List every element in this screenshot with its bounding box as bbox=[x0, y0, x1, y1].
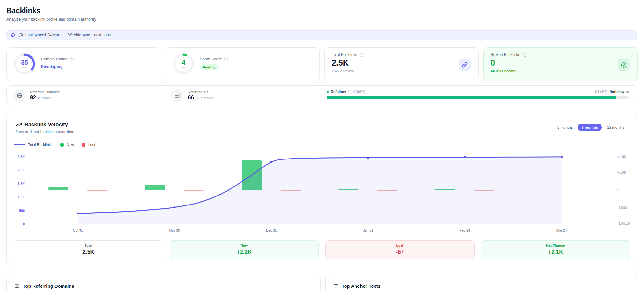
top-referring-domains-title: Top Referring Domains bbox=[23, 284, 74, 289]
help-icon[interactable] bbox=[523, 53, 527, 57]
last-synced-text: Last synced 24 Mar bbox=[25, 33, 59, 37]
help-icon[interactable] bbox=[70, 57, 74, 61]
y-axis-label-left: 0 bbox=[8, 222, 25, 226]
y-axis-label-right: -1,901.9 bbox=[617, 222, 630, 225]
summary-value: +2.2K bbox=[237, 249, 252, 256]
nofollow-label: Nofollow bbox=[610, 90, 624, 94]
line-marker-dot bbox=[367, 157, 369, 159]
broken-backlinks-label: Broken Backlinks bbox=[491, 52, 520, 57]
range-12-months-button[interactable]: 12 months bbox=[603, 124, 628, 131]
globe-icon bbox=[13, 89, 25, 102]
total-backlinks-value: 2.5K bbox=[332, 58, 349, 68]
top-referring-domains-card: Top Referring Domains bbox=[6, 275, 321, 291]
domain-rating-status: Developing bbox=[41, 64, 74, 69]
summary-label: Total bbox=[85, 243, 92, 247]
gridline bbox=[27, 211, 614, 211]
page-subtitle: Analyze your backlink profile and domain… bbox=[6, 17, 96, 22]
top-divider bbox=[0, 3, 644, 3]
velocity-summary-row: Total2.5KNew+2.2KLost-67Net Change+2.1K bbox=[14, 240, 630, 259]
total-backlinks-card: Total Backlinks 2.5K 2.4K dofollow bbox=[324, 47, 479, 81]
spam-score-status-badge: Healthy bbox=[200, 64, 219, 70]
dofollow-label: Dofollow bbox=[331, 90, 346, 94]
velocity-title: Backlink Velocity bbox=[24, 122, 68, 128]
referring-domains-value: 92 bbox=[30, 95, 36, 101]
type-icon bbox=[333, 284, 338, 289]
new-swatch bbox=[60, 143, 64, 147]
new-backlinks-bar bbox=[435, 189, 455, 190]
referring-domains-label: Referring Domains bbox=[30, 90, 60, 94]
help-icon[interactable] bbox=[224, 57, 228, 61]
y-axis-label-left: 2.0K bbox=[8, 168, 25, 172]
range-6-months-button[interactable]: 6 months bbox=[578, 124, 602, 131]
range-selector: 3 months 6 months 12 months bbox=[554, 124, 628, 131]
broken-backlinks-card: Broken Backlinks 0 All links healthy bbox=[483, 47, 638, 81]
dofollow-dot bbox=[327, 91, 329, 93]
new-backlinks-bar bbox=[242, 160, 262, 190]
spam-score-value: 4 bbox=[182, 59, 185, 66]
line-marker-dot bbox=[464, 156, 466, 158]
x-axis-label: Dec 31 bbox=[266, 228, 277, 232]
nofollow-dot bbox=[626, 91, 629, 93]
broken-backlinks-value: 0 bbox=[491, 58, 495, 68]
legend-total-label: Total Backlinks bbox=[28, 143, 52, 147]
check-circle-icon bbox=[618, 59, 630, 71]
summary-label: New bbox=[241, 243, 248, 247]
lost-backlinks-bar bbox=[377, 190, 398, 191]
summary-value: 2.5K bbox=[82, 249, 94, 256]
server-icon bbox=[171, 89, 183, 102]
x-axis-label: Jan 31 bbox=[363, 228, 373, 232]
link-icon bbox=[459, 59, 471, 71]
legend-lost-label: Lost bbox=[88, 143, 95, 147]
globe-icon bbox=[14, 284, 20, 289]
sync-banner: Last synced 24 Mar Weekly sync – next so… bbox=[6, 30, 637, 40]
spam-score-gauge: 4/100 bbox=[172, 53, 195, 75]
lost-backlinks-bar bbox=[474, 190, 495, 191]
lost-backlinks-bar bbox=[280, 190, 301, 191]
range-3-months-button[interactable]: 3 months bbox=[554, 124, 576, 131]
y-axis-label-right: 0 bbox=[617, 188, 619, 192]
x-axis-label: Oct 31 bbox=[73, 228, 83, 232]
backlinks-page: Backlinks Analyze your backlink profile … bbox=[0, 0, 644, 291]
total-backlinks-line-swatch bbox=[14, 144, 25, 145]
summary-label: Lost bbox=[396, 243, 403, 247]
summary-card-new: New+2.2K bbox=[170, 240, 319, 259]
total-backlinks-line bbox=[78, 157, 562, 214]
spam-score-card: 4/100 Spam Score Healthy bbox=[166, 47, 320, 81]
help-icon[interactable] bbox=[359, 53, 364, 57]
refresh-icon[interactable] bbox=[11, 33, 15, 37]
domain-rating-label: Domain Rating bbox=[41, 57, 68, 61]
line-marker-dot bbox=[270, 161, 272, 163]
velocity-subtitle: New and lost backlinks over time bbox=[16, 130, 74, 134]
referring-domains-group: Referring Domains 9287 main bbox=[13, 89, 60, 102]
domain-rating-gauge: 35/100 bbox=[13, 53, 36, 75]
trending-up-icon bbox=[16, 122, 22, 128]
summary-value: +2.1K bbox=[548, 249, 563, 256]
broken-backlinks-sub: All links healthy bbox=[491, 69, 516, 73]
lost-swatch bbox=[82, 143, 85, 147]
y-axis-label-right: -1,000 bbox=[617, 206, 627, 210]
spam-score-label: Spam Score bbox=[200, 57, 222, 61]
y-axis-label-left: 500 bbox=[8, 209, 25, 213]
referring-ips-value: 66 bbox=[188, 95, 194, 101]
referring-strip: Referring Domains 9287 main Referring IP… bbox=[6, 85, 637, 105]
summary-card-net-change: Net Change+2.1K bbox=[481, 240, 630, 259]
x-axis-label: Nov 30 bbox=[169, 228, 180, 232]
y-axis-label-right: +1.0K bbox=[617, 170, 626, 174]
y-axis-label-right: +1.9K bbox=[617, 155, 626, 159]
summary-card-lost: Lost-67 bbox=[325, 240, 475, 259]
gridline bbox=[27, 157, 614, 157]
line-area-fill bbox=[78, 157, 562, 224]
dofollow-ratio-fill bbox=[327, 96, 616, 99]
summary-value: -67 bbox=[396, 249, 404, 256]
referring-ips-group: Referring IPs 6661 subnets bbox=[171, 89, 213, 102]
y-axis-label-left: 1.0K bbox=[8, 195, 25, 199]
top-anchor-texts-card: Top Anchor Texts bbox=[325, 275, 638, 291]
total-backlinks-sub: 2.4K dofollow bbox=[332, 69, 354, 73]
gridline bbox=[27, 170, 614, 170]
follow-ratio-block: Dofollow 2.4K (96%) 104 (4%) Nofollow bbox=[327, 90, 629, 99]
page-title: Backlinks bbox=[6, 6, 41, 15]
backlink-velocity-card: Backlink Velocity New and lost backlinks… bbox=[6, 115, 637, 266]
gridline bbox=[27, 197, 614, 197]
lost-backlinks-bar bbox=[184, 190, 204, 191]
total-backlinks-label: Total Backlinks bbox=[332, 52, 357, 57]
